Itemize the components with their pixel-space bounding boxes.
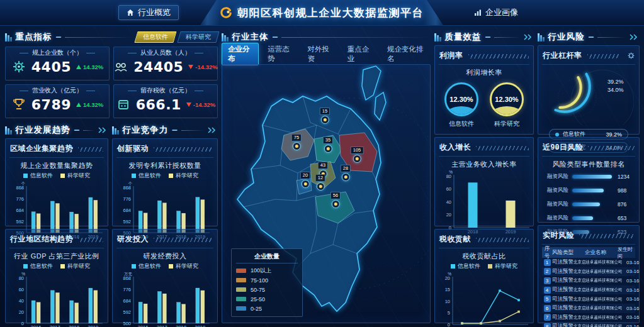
svg-text:2017: 2017 [50, 324, 60, 327]
risk-bar-row: 融资风险1234 [542, 170, 635, 184]
chart-rd-spend: 500592684776868万元2016201720182019 [116, 272, 213, 327]
page-title: 朝阳区科创规上企业大数据监测平台 [237, 6, 424, 20]
map-marker[interactable]: 12 [315, 174, 325, 191]
realtime-risk-row[interactable]: 7司法预警北京启迪卓越科技有限公司03-16 [542, 313, 635, 323]
svg-text:776: 776 [123, 287, 131, 292]
map-legend-row: 100以上 [236, 266, 298, 275]
legend-item: 信息软件 [451, 262, 480, 270]
section-industry-main: 行业主体 – [222, 31, 431, 43]
pin-icon [317, 182, 325, 191]
gear-icon[interactable] [628, 52, 635, 59]
panel-income-growth: 收入增长 主营业务收入增长率 020406080%20182019 [434, 137, 534, 226]
section-marker-icon [5, 126, 12, 135]
realtime-risk-row[interactable]: 6司法预警北京启迪卓越科技有限公司03-16 [542, 304, 635, 313]
map-marker[interactable]: 35 [323, 136, 333, 153]
section-marker-icon [222, 33, 229, 42]
hatch-decoration [154, 238, 213, 242]
tab-重点企业[interactable]: 重点企业 [341, 43, 378, 65]
map-marker[interactable]: 75 [291, 134, 302, 150]
svg-text:2018: 2018 [176, 324, 186, 327]
profit-gauge: 12.30%信息软件 [444, 82, 478, 128]
realtime-risk-row[interactable]: 5司法预警北京启迪卓越科技有限公司03-16 [542, 294, 635, 304]
map-legend-row: 75-100 [236, 275, 298, 285]
chart-tax-share: 05101520%2016201720182019 [439, 272, 529, 327]
legend-item: 信息软件 [132, 262, 161, 270]
svg-text:个: 个 [128, 181, 133, 186]
pin-icon [302, 180, 310, 188]
legend-item: 科学研究 [169, 262, 198, 270]
filter-chip[interactable]: 科学研究 [177, 31, 219, 43]
map-marker[interactable]: 56 [330, 192, 341, 208]
leverage-arc-chart: 39.2%34.0% [542, 65, 635, 128]
tab-规企变化排名[interactable]: 规企变化排名 [381, 43, 431, 65]
svg-text:60: 60 [19, 287, 24, 292]
hatch-decoration [78, 147, 103, 152]
svg-text:15: 15 [445, 287, 450, 292]
risk-bar-row: 融资风险988 [542, 184, 635, 197]
hatch-decoration [78, 238, 103, 242]
platform-logo-icon [220, 6, 232, 19]
indicator-delta: -14.32% [186, 101, 215, 108]
svg-text:0: 0 [21, 321, 24, 326]
realtime-risk-row[interactable]: 1司法预警北京启迪卓越科技有限公司03-16 [542, 258, 635, 267]
map-marker[interactable]: 15 [320, 108, 330, 124]
svg-text:2016: 2016 [138, 324, 149, 327]
svg-text:10: 10 [445, 299, 450, 304]
realtime-table-header: 序号风险类型企业名称发生时间 [542, 247, 635, 258]
panel-region-agglomeration: 区域企业集聚趋势 规上企业数量集聚趋势 信息软件科学研究 50059268477… [5, 138, 108, 226]
dashboard: 朝阳区科创规上企业大数据监测平台 行业概览 企业画像 重点指标 – 信息软件科学… [0, 0, 644, 327]
svg-text:776: 776 [123, 196, 131, 202]
svg-text:2019: 2019 [195, 324, 206, 327]
svg-text:60: 60 [446, 186, 451, 192]
realtime-risk-row[interactable]: 3司法预警北京启迪卓越科技有限公司03-16 [542, 276, 635, 285]
hatch-decoration [579, 234, 635, 238]
map-panel: 1575351054328201256 企业数量 100以上75-10050-7… [222, 64, 431, 323]
header-title-plate: 朝阳区科创规上企业大数据监测平台 [200, 0, 443, 25]
profit-gauge: 12.30%科学研究 [490, 82, 524, 128]
risk-bar-row: 融资风险653 [542, 211, 635, 225]
more-chevrons-icon[interactable] [98, 127, 108, 133]
more-chevrons-icon[interactable] [630, 34, 640, 40]
filter-chip[interactable]: 信息软件 [134, 31, 176, 43]
svg-text:39.2%: 39.2% [607, 79, 624, 85]
people-icon [113, 59, 128, 74]
realtime-risk-row[interactable]: 4司法预警北京启迪卓越科技有限公司03-16 [542, 285, 635, 295]
nav-industry-overview-button[interactable]: 行业概览 [118, 5, 179, 20]
hatch-decoration [588, 146, 635, 150]
map-marker[interactable]: 20 [300, 172, 310, 188]
svg-text:2019: 2019 [88, 324, 99, 327]
tab-运营态势[interactable]: 运营态势 [261, 43, 298, 65]
hatch-decoration [587, 54, 619, 58]
section-risk: 行业风险 – [538, 31, 640, 43]
legend-item: 信息软件 [23, 172, 53, 180]
map-marker[interactable]: 28 [341, 165, 351, 181]
map-legend: 企业数量 100以上75-10050-7525-500-25 [231, 248, 303, 317]
realtime-risk-row[interactable]: 2司法预警北京启迪卓越科技有限公司03-16 [542, 267, 635, 277]
svg-text:5: 5 [448, 310, 450, 316]
tab-企业分布[interactable]: 企业分布 [222, 43, 259, 65]
header: 朝阳区科创规上企业大数据监测平台 行业概览 企业画像 [0, 0, 644, 26]
bar-chart-icon [474, 9, 482, 16]
svg-text:40: 40 [19, 298, 24, 304]
svg-text:684: 684 [123, 208, 131, 213]
tab-对外投资[interactable]: 对外投资 [302, 43, 339, 65]
realtime-risk-row[interactable]: 8司法预警北京启迪卓越科技有限公司03-16 [542, 322, 635, 327]
section-marker-icon [538, 33, 545, 42]
legend-item: 科学研究 [488, 262, 517, 270]
map-marker[interactable]: 105 [351, 147, 364, 163]
nav-enterprise-profile-button[interactable]: 企业画像 [466, 5, 526, 20]
panel-profit-rate: 利润率 利润增长率 12.30%信息软件12.30%科学研究 [434, 45, 534, 135]
more-chevrons-icon[interactable] [208, 127, 218, 133]
svg-text:592: 592 [123, 309, 131, 315]
svg-text:2017: 2017 [157, 324, 167, 327]
svg-text:684: 684 [123, 298, 131, 304]
indicator-value: 24405 [133, 59, 183, 75]
svg-text:592: 592 [16, 219, 24, 224]
indicator-card: 规上企业数（个）440514.32% [5, 47, 110, 80]
legend-item: 信息软件 [132, 172, 161, 180]
map-legend-row: 0-25 [236, 304, 298, 313]
svg-text:40: 40 [446, 199, 451, 205]
section-marker-icon [5, 33, 12, 42]
more-chevrons-icon[interactable] [524, 34, 534, 40]
map-legend-row: 25-50 [236, 294, 298, 304]
